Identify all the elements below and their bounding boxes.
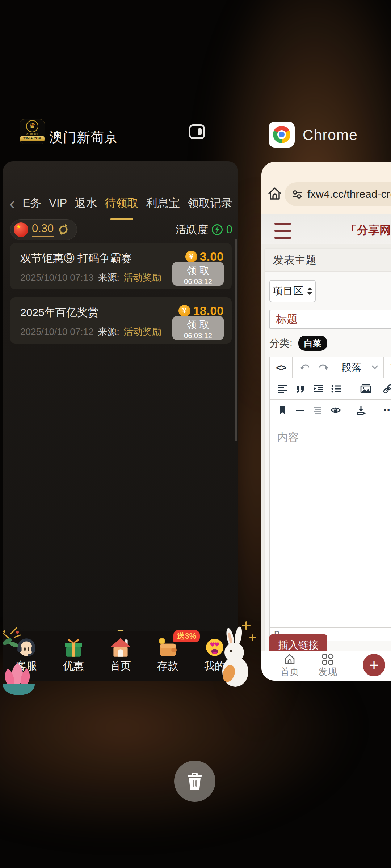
- reward-item: 2025年百亿奖赏 ¥ 18.00 2025/10/10 07:12 来源: 活…: [10, 297, 232, 344]
- bullet-list-icon[interactable]: [331, 383, 341, 394]
- bookmark-icon[interactable]: [277, 405, 287, 415]
- category-badge[interactable]: 白菜: [298, 336, 327, 351]
- heart-eyes-emoji-icon: [203, 636, 226, 659]
- site-nav-discover[interactable]: 发现: [308, 653, 348, 678]
- activity-label: 活跃度: [176, 222, 208, 237]
- menu-icon[interactable]: [274, 221, 291, 240]
- refresh-icon[interactable]: [57, 224, 70, 236]
- category-label: 分类:: [269, 336, 293, 350]
- indent-icon[interactable]: [313, 383, 324, 394]
- grid-icon: [321, 653, 334, 665]
- customer-service-icon: [15, 636, 38, 659]
- reward-source-label: 来源:: [98, 271, 119, 284]
- tab-rebate[interactable]: 返水: [75, 196, 97, 211]
- content-editor[interactable]: 内容: [270, 421, 391, 627]
- reward-source-label: 来源:: [98, 326, 119, 338]
- link-icon[interactable]: [382, 383, 391, 395]
- reward-item: 双节钜惠⑨ 打码争霸赛 ¥ 3.00 2025/10/10 07:13 来源: …: [10, 243, 232, 289]
- gift-icon: [62, 636, 85, 659]
- site-settings-icon: [292, 189, 303, 200]
- scrollbar[interactable]: [235, 239, 237, 441]
- app-card-casino[interactable]: ‹ E务 VIP 返水 待领取 利息宝 领取记录 0.30 活跃度 0: [3, 161, 238, 681]
- split-screen-icon[interactable]: [188, 123, 206, 140]
- casino-bottom-nav: 客服 优惠 首页 送3%: [3, 631, 238, 681]
- site-header: 「分享网」项: [261, 214, 391, 244]
- reward-source-value: 活动奖励: [124, 271, 161, 284]
- tab-bar: ‹ E务 VIP 返水 待领取 利息宝 领取记录: [3, 192, 238, 215]
- tab-vip[interactable]: VIP: [49, 197, 67, 210]
- page-body: 发表主题 项目区 分类: 白菜 <>: [261, 244, 391, 651]
- select-arrows-icon: [307, 287, 312, 295]
- trash-icon: [185, 771, 204, 791]
- activity-level: 活跃度 0: [176, 222, 232, 237]
- claim-button[interactable]: 领 取 06:03:12: [172, 316, 224, 340]
- dismiss-all-trash-button[interactable]: [174, 761, 215, 802]
- paragraph-dropdown[interactable]: 段落: [336, 357, 384, 378]
- tab-claim-history[interactable]: 领取记录: [188, 196, 232, 211]
- claim-timer: 06:03:12: [172, 277, 224, 286]
- tab-pending-claim[interactable]: 待领取: [105, 196, 139, 211]
- compose-plus-button[interactable]: +: [363, 654, 385, 676]
- chrome-app-title[interactable]: Chrome: [303, 127, 358, 144]
- coin-icon: ¥: [178, 305, 190, 317]
- casino-app-icon[interactable]: ♛ 澳门新葡京 2356A.COM: [20, 119, 45, 144]
- section-title: 发表主题: [265, 249, 391, 272]
- blockquote-icon[interactable]: [295, 383, 306, 394]
- preview-eye-icon[interactable]: [330, 405, 341, 416]
- image-icon[interactable]: [360, 383, 371, 395]
- code-view-button[interactable]: <>: [276, 362, 286, 373]
- toc-icon[interactable]: [312, 405, 323, 415]
- horizontal-rule-icon[interactable]: [295, 405, 305, 415]
- url-bar[interactable]: fxw4.cc/thread-create: [285, 182, 391, 206]
- home-outline-icon: [283, 653, 296, 665]
- chrome-app-icon[interactable]: [269, 122, 295, 148]
- chevron-down-icon: [371, 365, 378, 370]
- nav-deposit[interactable]: 送3% 存款: [144, 631, 191, 681]
- balance-pill[interactable]: 0.30: [10, 219, 77, 240]
- tab-interest[interactable]: 利息宝: [146, 196, 180, 211]
- activity-value: 0: [226, 223, 232, 236]
- anchor-download-icon[interactable]: [356, 405, 366, 416]
- category-row: 分类: 白菜: [269, 336, 327, 351]
- rich-text-editor: <> 段落: [269, 357, 391, 641]
- url-text: fxw4.cc/thread-create: [307, 188, 391, 200]
- undo-icon[interactable]: [300, 362, 311, 373]
- title-input[interactable]: [269, 310, 391, 329]
- crown-icon: ♛: [26, 120, 38, 132]
- nav-mine[interactable]: 我的: [191, 631, 238, 681]
- align-left-icon[interactable]: [277, 383, 288, 394]
- home-icon: [109, 636, 132, 659]
- china-flag-icon: [14, 222, 28, 237]
- nav-promotions[interactable]: 优惠: [50, 631, 97, 681]
- claim-button[interactable]: 领 取 06:03:12: [172, 262, 224, 286]
- redo-icon[interactable]: [318, 362, 329, 373]
- browser-toolbar: fxw4.cc/thread-create: [261, 162, 391, 214]
- app-icon-domain: 2356A.COM: [20, 136, 45, 141]
- claim-timer: 06:03:12: [172, 332, 224, 340]
- reward-date: 2025/10/10 07:13: [20, 272, 93, 283]
- site-title: 「分享网」项: [346, 223, 391, 238]
- back-chevron-icon[interactable]: ‹: [9, 196, 15, 210]
- site-nav-home[interactable]: 首页: [270, 653, 310, 678]
- lightning-icon: [211, 224, 223, 235]
- reward-title: 2025年百亿奖赏: [20, 305, 99, 320]
- coin-icon: ¥: [185, 251, 197, 263]
- site-bottom-nav: 首页 发现 +: [261, 651, 391, 681]
- nav-home[interactable]: 首页: [97, 631, 144, 681]
- reward-date: 2025/10/10 07:12: [20, 326, 93, 337]
- forum-select[interactable]: 项目区: [269, 280, 316, 302]
- reward-source-value: 活动奖励: [124, 326, 161, 338]
- balance-amount: 0.30: [32, 222, 54, 237]
- app-card-chrome[interactable]: fxw4.cc/thread-create 「分享网」项 发表主题 项目区 分类…: [261, 162, 391, 681]
- tab-tasks[interactable]: E务: [22, 196, 41, 211]
- casino-app-title[interactable]: 澳门新葡京: [49, 128, 118, 146]
- chrome-logo-icon: [273, 126, 290, 143]
- more-tools-button[interactable]: •••: [383, 405, 391, 415]
- nav-customer-service[interactable]: 客服: [3, 631, 50, 681]
- home-outline-icon[interactable]: [267, 186, 282, 201]
- reward-title: 双节钜惠⑨ 打码争霸赛: [20, 251, 132, 266]
- app-icon-text: 澳门新葡京: [22, 133, 43, 136]
